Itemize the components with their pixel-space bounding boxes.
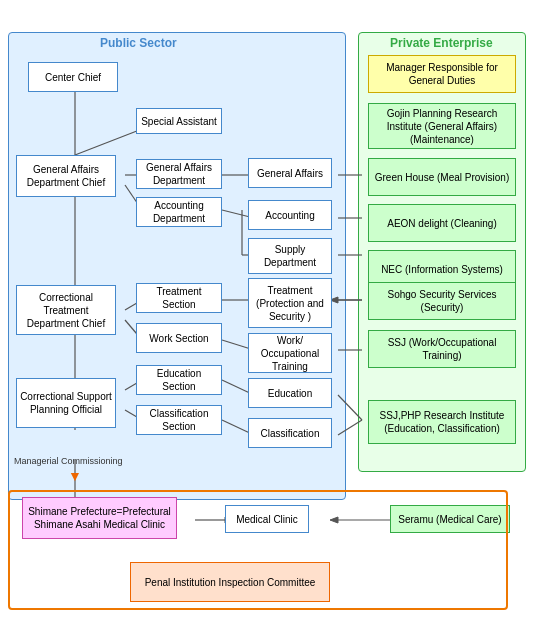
medical-clinic-box: Medical Clinic — [225, 505, 309, 533]
accounting-dept-box: Accounting Department — [136, 197, 222, 227]
penal-committee-label: Penal Institution Inspection Committee — [145, 576, 316, 589]
correctional-treatment-box: Correctional Treatment Department Chief — [16, 285, 116, 335]
special-assistant-label: Special Assistant — [141, 115, 217, 128]
ssj-php-box: SSJ,PHP Research Institute (Education, C… — [368, 400, 516, 444]
aeon-delight-label: AEON delight (Cleaning) — [387, 217, 497, 230]
general-affairs-box: General Affairs — [248, 158, 332, 188]
general-affairs-dept-label: General Affairs Department — [139, 161, 219, 187]
accounting-box: Accounting — [248, 200, 332, 230]
correctional-treatment-label: Correctional Treatment Department Chief — [19, 291, 113, 330]
ssj-label: SSJ (Work/Occupational Training) — [371, 336, 513, 362]
classification-label: Classification — [261, 427, 320, 440]
work-occupational-label: Work/ Occupational Training — [251, 334, 329, 373]
education-section-box: Education Section — [136, 365, 222, 395]
shimane-clinic-label: Shimane Prefecture=Prefectural Shimane A… — [25, 505, 174, 531]
work-section-box: Work Section — [136, 323, 222, 353]
treatment-protection-label: Treatment (Protection and Security ) — [251, 284, 329, 323]
shimane-clinic-box: Shimane Prefecture=Prefectural Shimane A… — [22, 497, 177, 539]
ssj-box: SSJ (Work/Occupational Training) — [368, 330, 516, 368]
work-occupational-box: Work/ Occupational Training — [248, 333, 332, 373]
sohgo-security-label: Sohgo Security Services (Security) — [371, 288, 513, 314]
manager-general-label: Manager Responsible for General Duties — [371, 61, 513, 87]
medical-clinic-label: Medical Clinic — [236, 513, 298, 526]
work-section-label: Work Section — [149, 332, 208, 345]
supply-dept-box: Supply Department — [248, 238, 332, 274]
treatment-protection-box: Treatment (Protection and Security ) — [248, 278, 332, 328]
correctional-support-label: Correctional Support Planning Official — [19, 390, 113, 416]
education-section-label: Education Section — [139, 367, 219, 393]
accounting-label: Accounting — [265, 209, 314, 222]
sohgo-security-box: Sohgo Security Services (Security) — [368, 282, 516, 320]
org-chart: Public Sector Private Enterprise — [0, 0, 535, 620]
treatment-section-label: Treatment Section — [139, 285, 219, 311]
center-chief-box: Center Chief — [28, 62, 118, 92]
private-enterprise-label: Private Enterprise — [390, 36, 493, 50]
aeon-delight-box: AEON delight (Cleaning) — [368, 204, 516, 242]
manager-general-box: Manager Responsible for General Duties — [368, 55, 516, 93]
ssj-php-label: SSJ,PHP Research Institute (Education, C… — [371, 409, 513, 435]
general-affairs-chief-label: General Affairs Department Chief — [19, 163, 113, 189]
managerial-commissioning-label: Managerial Commissioning — [14, 456, 123, 466]
penal-committee-box: Penal Institution Inspection Committee — [130, 562, 330, 602]
down-arrow-icon: ▼ — [68, 468, 82, 484]
general-affairs-chief-box: General Affairs Department Chief — [16, 155, 116, 197]
classification-section-box: Classification Section — [136, 405, 222, 435]
gojin-planning-box: Gojin Planning Research Institute (Gener… — [368, 103, 516, 149]
education-box: Education — [248, 378, 332, 408]
education-label: Education — [268, 387, 312, 400]
seramu-label: Seramu (Medical Care) — [398, 513, 501, 526]
general-affairs-dept-box: General Affairs Department — [136, 159, 222, 189]
accounting-dept-label: Accounting Department — [139, 199, 219, 225]
center-chief-label: Center Chief — [45, 71, 101, 84]
classification-section-label: Classification Section — [139, 407, 219, 433]
treatment-section-box: Treatment Section — [136, 283, 222, 313]
supply-dept-label: Supply Department — [251, 243, 329, 269]
special-assistant-box: Special Assistant — [136, 108, 222, 134]
gojin-planning-label: Gojin Planning Research Institute (Gener… — [371, 107, 513, 146]
public-sector-label: Public Sector — [100, 36, 177, 50]
classification-box: Classification — [248, 418, 332, 448]
svg-marker-28 — [330, 517, 338, 523]
seramu-box: Seramu (Medical Care) — [390, 505, 510, 533]
general-affairs-label: General Affairs — [257, 167, 323, 180]
green-house-box: Green House (Meal Provision) — [368, 158, 516, 196]
correctional-support-box: Correctional Support Planning Official — [16, 378, 116, 428]
nec-label: NEC (Information Systems) — [381, 263, 503, 276]
green-house-label: Green House (Meal Provision) — [375, 171, 510, 184]
